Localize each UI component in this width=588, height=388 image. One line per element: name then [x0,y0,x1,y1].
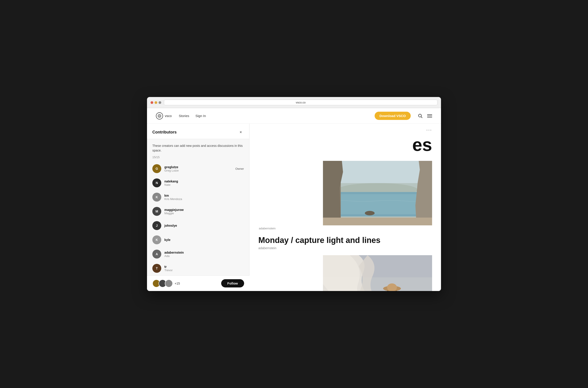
nav-signin-link[interactable]: Sign In [196,114,206,118]
contributor-username: natekang [164,180,244,183]
contributor-display-name: Trevor [164,268,244,272]
contributor-display-name: Maggie [164,212,244,215]
browser-chrome: vsco.co [147,97,441,108]
contributor-info: tr Trevor [164,265,244,272]
traffic-light-gray[interactable] [159,101,161,104]
contributor-display-name: Nate [164,183,244,186]
svg-point-0 [158,114,161,118]
photo-caption-1: adabernstein [258,227,432,230]
vsco-logo-icon [156,112,163,120]
contributor-item[interactable]: G greglutze Greg Lutze Owner [147,162,249,176]
contributor-display-name: Greg Lutze [164,169,232,172]
photo-block-2 [323,255,432,291]
contributor-item[interactable]: K kyle [147,233,249,247]
follow-button[interactable]: Follow [221,279,244,288]
menu-button[interactable] [427,114,432,118]
browser-window: vsco.co vsco Stories Sign In Download VS… [147,97,441,291]
contributor-username: maggiejurow [164,208,244,212]
nav-logo[interactable]: vsco [156,112,172,120]
contributors-description: These creators can add new posts and acc… [147,139,249,155]
photo-image-1 [323,161,432,225]
avatar: G [152,164,161,173]
svg-point-1 [159,115,160,117]
contributor-username: tr [164,265,244,268]
download-vsco-button[interactable]: Download VSCO [375,112,411,120]
contributor-item[interactable]: J johnslye [147,218,249,233]
contributors-header: Contributors × [147,124,249,139]
panel-avatar [165,279,173,288]
contributors-close-button[interactable]: × [238,129,244,135]
url-bar[interactable]: vsco.co [164,100,437,105]
avatar: N [152,178,161,187]
nav-stories-link[interactable]: Stories [179,114,189,118]
traffic-light-red[interactable] [151,101,153,104]
traffic-lights [151,101,161,104]
contributor-username: kyle [164,238,244,242]
contributor-info: maggiejurow Maggie [164,208,244,215]
avatar: J [152,221,161,230]
contributor-info: kyle [164,238,244,242]
photo-block-1: adabernstein [258,161,432,230]
svg-point-2 [419,114,421,117]
main-nav: vsco Stories Sign In Download VSCO [147,108,441,124]
article-author: adabernstein [258,246,432,250]
contributor-info: natekang Nate [164,180,244,186]
more-options-button[interactable]: ··· [426,127,432,132]
content-header: ··· [258,124,432,136]
panel-bottom: +15 Follow [147,275,249,291]
panel-avatars [152,279,173,288]
contributor-info: adabernstein Ada [164,251,244,258]
avatar: T [152,264,161,273]
contributor-username: greglutze [164,165,232,169]
big-title: es [258,136,432,154]
contributor-display-name: Ada [164,254,244,258]
svg-rect-13 [323,218,432,225]
nav-links: Stories Sign In [179,114,206,118]
contributors-count: 15/15 [147,155,249,162]
main-content: ··· es [249,124,441,291]
nav-logo-text: vsco [165,114,172,118]
contributor-username: adabernstein [164,251,244,254]
contributor-item[interactable]: N natekang Nate [147,176,249,190]
contributor-item[interactable]: M maggiejurow Maggie [147,204,249,218]
contributor-info: greglutze Greg Lutze [164,165,232,172]
contributors-panel: Contributors × These creators can add ne… [147,124,249,291]
article-title: Monday / capture light and lines [258,235,432,245]
avatar: K [152,235,161,244]
contributor-info: johnslye [164,224,244,227]
search-button[interactable] [418,114,423,118]
contributor-role: Owner [235,167,244,170]
contributor-item[interactable]: T tr Trevor [147,261,249,275]
contributor-item[interactable]: A adabernstein Ada [147,247,249,261]
content-area: Contributors × These creators can add ne… [147,124,441,291]
contributor-info: km Kris Mendoza [164,194,244,201]
browser-content: vsco Stories Sign In Download VSCO [147,108,441,291]
contributor-display-name: Kris Mendoza [164,197,244,201]
avatar: K [152,193,161,202]
contributors-title: Contributors [152,130,177,135]
avatar: A [152,250,161,259]
contributors-list: G greglutze Greg Lutze Owner N natekang … [147,162,249,291]
panel-bottom-left: +15 [152,279,180,288]
contributor-item[interactable]: K km Kris Mendoza [147,190,249,204]
avatar: M [152,207,161,216]
contributor-username: johnslye [164,224,244,227]
svg-line-3 [421,117,423,118]
nav-right [418,114,432,118]
contributor-username: km [164,194,244,197]
svg-point-12 [365,211,375,215]
traffic-light-yellow[interactable] [155,101,157,104]
panel-count: +15 [175,282,180,285]
